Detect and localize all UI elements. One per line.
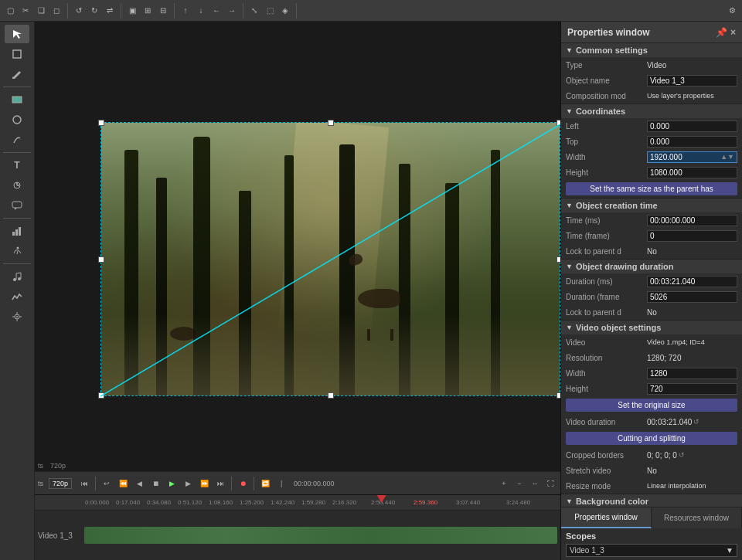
paste-icon[interactable]: ◻ (49, 4, 63, 18)
copy-icon[interactable]: ❑ (34, 4, 48, 18)
sep2 (121, 3, 121, 19)
transform-tool[interactable] (5, 307, 29, 326)
track-area[interactable] (84, 527, 557, 544)
pen-tool[interactable] (5, 131, 29, 149)
vid-height-value[interactable]: 720 (647, 383, 737, 395)
fit-icon[interactable]: ↔ (528, 477, 542, 490)
pencil-tool[interactable] (5, 65, 29, 83)
cutting-button[interactable]: Cutting and splitting (566, 432, 737, 445)
move-down-icon[interactable]: ↓ (194, 4, 208, 18)
transport-play-icon[interactable]: ▶ (165, 477, 179, 490)
settings-icon[interactable]: ⚙ (725, 4, 739, 18)
original-size-button[interactable]: Set the original size (566, 399, 737, 412)
handle-ml[interactable] (98, 256, 104, 263)
coordinates-header[interactable]: ▼ Coordinates (561, 104, 742, 118)
marker-icon[interactable]: | (274, 477, 288, 490)
grid-icon[interactable]: ▣ (125, 4, 139, 18)
duration-frame-value[interactable]: 5026 (647, 291, 737, 303)
sep3 (174, 3, 175, 19)
undo-icon[interactable]: ↺ (72, 4, 86, 18)
animation-tool[interactable] (5, 176, 29, 195)
transport-frame-back-icon[interactable]: ◀ (132, 477, 146, 490)
redo-icon[interactable]: ↻ (87, 4, 101, 18)
chart2-tool[interactable] (5, 287, 29, 306)
move-right-icon[interactable]: → (225, 4, 239, 18)
top-value[interactable]: 0.000 (647, 136, 737, 148)
tool-sep1 (3, 87, 30, 87)
transport-step-back-icon[interactable]: ⏪ (116, 477, 130, 490)
panel-header: Properties window 📌 × (561, 22, 742, 43)
common-settings-header[interactable]: ▼ Common settings (561, 43, 742, 57)
handle-mr[interactable] (556, 256, 560, 263)
resize-icon[interactable]: ⤡ (247, 4, 261, 18)
lock-parent-value2: No (647, 308, 737, 317)
canvas-viewport[interactable]: ts 720p (35, 22, 560, 471)
object-name-value[interactable]: Video 1_3 (647, 75, 737, 87)
transport-record-icon[interactable]: ⏺ (236, 477, 250, 490)
speech-bubble-tool[interactable] (5, 196, 29, 215)
layers-icon[interactable]: ⊞ (141, 4, 155, 18)
cut-icon[interactable]: ✂ (19, 4, 32, 18)
tool-sep3 (3, 218, 30, 219)
scopes-dropdown[interactable]: Video 1_3 ▼ (566, 544, 737, 557)
runner-tool[interactable] (5, 242, 29, 260)
expand-icon[interactable]: ⛶ (543, 477, 557, 490)
move-left-icon[interactable]: ← (209, 4, 223, 18)
zoom-in-icon[interactable]: + (497, 477, 511, 490)
transport-next-icon[interactable]: ⏭ (213, 477, 227, 490)
svg-rect-0 (13, 50, 21, 58)
arrow-tool[interactable] (5, 25, 29, 43)
move-up-icon[interactable]: ↑ (179, 4, 192, 18)
handle-br[interactable] (556, 392, 560, 399)
transport-frame-fwd-icon[interactable]: ▶ (181, 477, 195, 490)
crop-icon[interactable]: ◈ (278, 4, 292, 18)
video-settings-header[interactable]: ▼ Video object settings (561, 321, 742, 334)
select-rect-tool[interactable] (5, 45, 29, 63)
drawing-duration-header[interactable]: ▼ Object drawing duration (561, 260, 742, 273)
handle-bl[interactable] (98, 392, 104, 399)
circle-tool[interactable] (5, 110, 29, 129)
left-value[interactable]: 0.000 (647, 120, 737, 132)
common-settings-arrow: ▼ (566, 46, 573, 54)
video-frame[interactable] (100, 122, 560, 396)
creation-time-header[interactable]: ▼ Object creation time (561, 199, 742, 212)
transport-prev-icon[interactable]: ⏮ (77, 477, 91, 490)
duration-ms-value[interactable]: 00:03:21.040 (647, 276, 737, 287)
composition-mode-value: Use layer's properties (647, 92, 737, 100)
same-size-button[interactable]: Set the same size as the parent has (566, 182, 737, 195)
chart-tool[interactable] (5, 222, 29, 240)
transport-rewind-icon[interactable]: ↩ (100, 477, 114, 490)
ruler-playhead-time: 2:59.360 (414, 499, 437, 506)
background-color-header[interactable]: ▼ Background color (561, 494, 742, 507)
tab-resources[interactable]: Resources window (652, 507, 742, 528)
handle-bm[interactable] (328, 392, 334, 399)
text-tool[interactable]: T (5, 156, 29, 175)
time-frame-value[interactable]: 0 (647, 230, 737, 242)
panel-pin-icon[interactable]: 📌 (716, 27, 727, 38)
ruler-mark-6: 1:42.240 (271, 499, 294, 506)
ruler-mark-10: 3:07.440 (456, 499, 480, 506)
sep1 (67, 3, 68, 19)
tab-properties[interactable]: Properties window (561, 507, 652, 528)
time-ms-value[interactable]: 00:00:00.000 (647, 215, 737, 226)
panel-close-icon[interactable]: × (730, 27, 736, 38)
width-value[interactable]: 1920.000 ▲▼ (647, 151, 737, 163)
loop-icon[interactable]: 🔁 (258, 477, 272, 490)
zoom-out-icon[interactable]: − (512, 477, 526, 490)
rect-tool[interactable] (5, 90, 29, 109)
handle-tm[interactable] (328, 120, 334, 126)
select-tool-icon[interactable]: ▢ (3, 4, 17, 18)
handle-tr[interactable] (556, 120, 560, 126)
handle-tl[interactable] (98, 120, 104, 126)
swap-icon[interactable]: ⇌ (103, 4, 117, 18)
remove-layer-icon[interactable]: ⊟ (156, 4, 170, 18)
zoom-display: 720p (50, 462, 66, 470)
transport-fast-fwd-icon[interactable]: ⏩ (197, 477, 211, 490)
frame-icon[interactable]: ⬚ (263, 4, 277, 18)
height-value[interactable]: 1080.000 (647, 167, 737, 178)
vid-width-value[interactable]: 1280 (647, 368, 737, 379)
transport-stop-icon[interactable]: ⏹ (148, 477, 162, 490)
left-row: Left 0.000 (561, 118, 742, 134)
music-tool[interactable] (5, 267, 29, 286)
panel-scroll[interactable]: ▼ Common settings Type Video Object name… (561, 43, 742, 507)
